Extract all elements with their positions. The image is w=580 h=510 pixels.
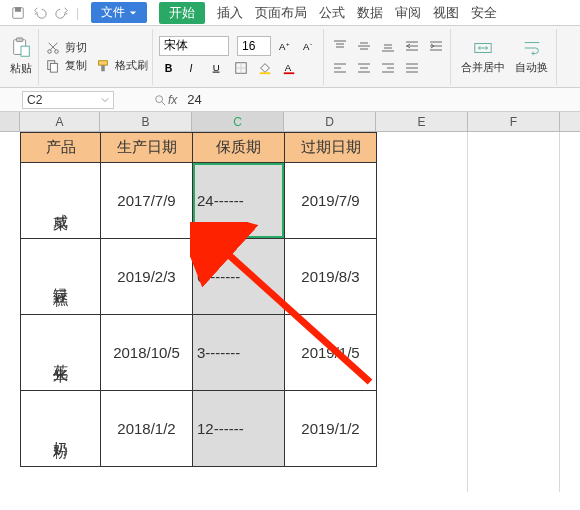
svg-rect-8 (50, 63, 57, 72)
scissors-icon (45, 40, 61, 56)
cell[interactable]: 2019/2/3 (101, 239, 193, 315)
cell[interactable]: 咸菜 (21, 163, 101, 239)
align-middle-icon[interactable] (354, 36, 374, 56)
fill-color-icon[interactable] (255, 58, 275, 78)
svg-rect-23 (284, 72, 295, 74)
underline-icon[interactable]: U (207, 58, 227, 78)
svg-line-47 (162, 101, 165, 104)
svg-rect-21 (260, 72, 271, 74)
table-row: 咸菜 2017/7/9 24------ 2019/7/9 (21, 163, 377, 239)
align-right-icon[interactable] (378, 58, 398, 78)
svg-text:A: A (279, 40, 286, 51)
select-all-corner[interactable] (0, 112, 20, 131)
table-row: 花生米 2018/10/5 3------- 2019/1/5 (21, 315, 377, 391)
paste-label: 粘贴 (10, 61, 32, 76)
name-box[interactable]: C2 (22, 91, 114, 109)
tab-formulas[interactable]: 公式 (319, 4, 345, 22)
italic-icon[interactable]: I (183, 58, 203, 78)
spreadsheet: A B C D E F 产品 生产日期 保质期 过期日期 咸菜 (0, 112, 580, 492)
header-shelf-life[interactable]: 保质期 (193, 133, 285, 163)
align-bottom-icon[interactable] (378, 36, 398, 56)
cell[interactable]: 奶粉 (21, 391, 101, 467)
wrap-text-button[interactable]: 自动换 (511, 29, 552, 85)
copy-icon (45, 58, 61, 74)
font-color-icon[interactable]: A (279, 58, 299, 78)
cell-selected[interactable]: 24------ (193, 163, 285, 239)
align-center-icon[interactable] (354, 58, 374, 78)
svg-text:-: - (310, 40, 312, 47)
svg-rect-3 (16, 38, 22, 42)
svg-rect-10 (101, 65, 105, 71)
svg-point-6 (55, 49, 59, 53)
header-prod-date[interactable]: 生产日期 (101, 133, 193, 163)
font-size-select[interactable] (237, 36, 271, 56)
increase-font-icon[interactable]: A+ (275, 36, 295, 56)
cell[interactable]: 12------ (193, 391, 285, 467)
col-header-A[interactable]: A (20, 112, 100, 131)
justify-icon[interactable] (402, 58, 422, 78)
col-header-E[interactable]: E (376, 112, 468, 131)
cell[interactable]: 2018/10/5 (101, 315, 193, 391)
paste-button[interactable]: 粘贴 (4, 29, 39, 85)
formula-value[interactable]: 24 (187, 92, 201, 107)
header-product[interactable]: 产品 (21, 133, 101, 163)
indent-decrease-icon[interactable] (402, 36, 422, 56)
save-icon[interactable] (10, 5, 26, 21)
cell[interactable]: 2019/1/2 (285, 391, 377, 467)
svg-text:A: A (303, 40, 310, 51)
file-menu[interactable]: 文件 (91, 2, 147, 23)
tab-view[interactable]: 视图 (433, 4, 459, 22)
align-top-icon[interactable] (330, 36, 350, 56)
quick-access-toolbar: | (10, 5, 79, 21)
fx-icon[interactable]: fx (154, 93, 177, 107)
merge-center-button[interactable]: 合并居中 (457, 29, 509, 85)
svg-text:U: U (213, 61, 220, 72)
col-header-C[interactable]: C (192, 112, 284, 131)
col-header-F[interactable]: F (468, 112, 560, 131)
redo-icon[interactable] (54, 5, 70, 21)
copy-button[interactable]: 复制 (45, 58, 87, 74)
brush-icon (95, 58, 111, 74)
cell[interactable]: 2017/7/9 (101, 163, 193, 239)
font-name-select[interactable] (159, 36, 229, 56)
cell[interactable]: 6------- (193, 239, 285, 315)
cell[interactable]: 2019/8/3 (285, 239, 377, 315)
cell[interactable]: 3------- (193, 315, 285, 391)
menu-bar: | 文件 开始 插入 页面布局 公式 数据 审阅 视图 安全 (0, 0, 580, 26)
col-header-D[interactable]: D (284, 112, 376, 131)
tab-start[interactable]: 开始 (159, 2, 205, 24)
bold-icon[interactable]: B (159, 58, 179, 78)
table-row: 奶粉 2018/1/2 12------ 2019/1/2 (21, 391, 377, 467)
tab-page-layout[interactable]: 页面布局 (255, 4, 307, 22)
svg-text:I: I (190, 61, 193, 73)
ribbon: 粘贴 剪切 复制 格式刷 A+ A- B I U (0, 26, 580, 88)
indent-increase-icon[interactable] (426, 36, 446, 56)
align-left-icon[interactable] (330, 58, 350, 78)
svg-text:+: + (286, 40, 290, 47)
svg-point-5 (48, 49, 52, 53)
decrease-font-icon[interactable]: A- (299, 36, 319, 56)
cell[interactable]: 2019/7/9 (285, 163, 377, 239)
table-row: 绿豆糕 2019/2/3 6------- 2019/8/3 (21, 239, 377, 315)
svg-point-46 (156, 95, 163, 102)
undo-icon[interactable] (32, 5, 48, 21)
format-painter-button[interactable]: 格式刷 (95, 58, 148, 74)
cell[interactable]: 2018/1/2 (101, 391, 193, 467)
tab-insert[interactable]: 插入 (217, 4, 243, 22)
cell[interactable]: 花生米 (21, 315, 101, 391)
tab-review[interactable]: 审阅 (395, 4, 421, 22)
cell[interactable]: 绿豆糕 (21, 239, 101, 315)
cut-button[interactable]: 剪切 (45, 40, 148, 56)
data-table: 产品 生产日期 保质期 过期日期 咸菜 2017/7/9 24------ 20… (20, 132, 377, 467)
border-icon[interactable] (231, 58, 251, 78)
col-header-B[interactable]: B (100, 112, 192, 131)
svg-rect-1 (15, 7, 20, 11)
formula-bar: C2 fx 24 (0, 88, 580, 112)
tab-data[interactable]: 数据 (357, 4, 383, 22)
svg-rect-4 (21, 46, 29, 56)
cell[interactable]: 2019/1/5 (285, 315, 377, 391)
header-expire-date[interactable]: 过期日期 (285, 133, 377, 163)
svg-text:B: B (165, 61, 173, 73)
tab-security[interactable]: 安全 (471, 4, 497, 22)
file-label: 文件 (101, 4, 125, 21)
